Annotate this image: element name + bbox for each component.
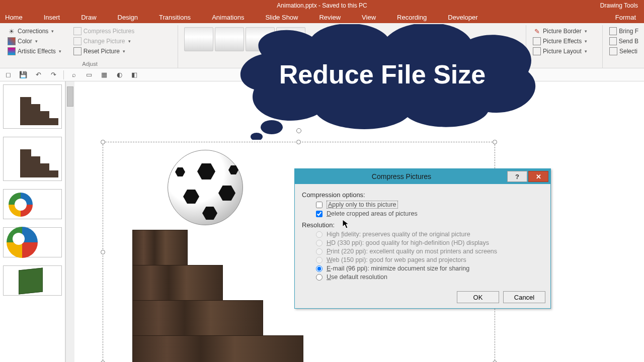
tab-review[interactable]: Review bbox=[317, 13, 343, 22]
change-picture-label: Change Picture bbox=[84, 38, 125, 45]
tab-recording[interactable]: Recording bbox=[395, 13, 429, 22]
picture-layout-button[interactable]: Picture Layout▾ bbox=[531, 46, 598, 56]
apply-only-input[interactable] bbox=[316, 202, 323, 208]
brightness-icon: ☀ bbox=[8, 27, 16, 35]
tab-design[interactable]: Design bbox=[116, 13, 140, 22]
compression-options-label: Compression options: bbox=[302, 191, 543, 199]
slide-thumbnail[interactable] bbox=[3, 189, 62, 219]
compress-pictures-dialog: Compress Pictures ? ✕ Compression option… bbox=[294, 168, 551, 309]
picture-style-thumb[interactable] bbox=[184, 27, 213, 51]
resize-handle[interactable] bbox=[101, 140, 105, 144]
slide-thumbnail[interactable] bbox=[3, 227, 62, 257]
chart-icon bbox=[7, 227, 38, 258]
quick-access-toolbar: ◻ 💾 ↶ ↷ ⌕ ▭ ▦ ◐ ◧ bbox=[0, 68, 644, 81]
picture-style-thumb[interactable] bbox=[215, 27, 244, 51]
scrollbar-handle[interactable] bbox=[67, 86, 73, 107]
picture-style-thumb[interactable] bbox=[246, 27, 275, 51]
send-backward-button[interactable]: Send B bbox=[608, 36, 640, 46]
qat-button[interactable]: ▭ bbox=[84, 70, 94, 80]
slide-thumbnail[interactable] bbox=[3, 265, 62, 296]
artistic-effects-button[interactable]: Artistic Effects▾ bbox=[6, 46, 63, 56]
qat-button[interactable]: ⌕ bbox=[69, 70, 79, 80]
qat-button[interactable]: ▦ bbox=[99, 70, 109, 80]
resolution-print[interactable]: Print (220 ppi): excellent quality on mo… bbox=[316, 248, 543, 255]
bring-forward-icon bbox=[609, 27, 617, 35]
color-button[interactable]: Color▾ bbox=[6, 36, 63, 46]
slide-thumbnail[interactable] bbox=[3, 137, 62, 181]
bring-forward-label: Bring F bbox=[619, 28, 638, 35]
resize-handle[interactable] bbox=[493, 140, 497, 144]
contextual-tab-group-label: Drawing Tools bbox=[600, 2, 644, 9]
ribbon: ☀ Corrections▾ Color▾ Artistic Effects▾ … bbox=[0, 23, 644, 68]
document-title: Animation.pptx - Saved to this PC bbox=[277, 2, 367, 9]
corrections-label: Corrections bbox=[18, 28, 48, 35]
resize-handle[interactable] bbox=[296, 140, 301, 144]
picture-effects-label: Picture Effects bbox=[543, 38, 582, 45]
tab-animations[interactable]: Animations bbox=[210, 13, 246, 22]
resolution-email[interactable]: E-mail (96 ppi): minimize document size … bbox=[316, 265, 543, 272]
resolution-web[interactable]: Web (150 ppi): good for web pages and pr… bbox=[316, 256, 543, 263]
artistic-icon bbox=[8, 47, 16, 55]
close-button[interactable]: ✕ bbox=[528, 171, 548, 182]
color-icon bbox=[8, 37, 16, 45]
resolution-label: Resolution: bbox=[302, 221, 543, 229]
adjust-group-label: Adjust bbox=[2, 61, 178, 67]
picture-styles-gallery[interactable] bbox=[183, 26, 522, 52]
cancel-button[interactable]: Cancel bbox=[503, 291, 545, 303]
slide-thumbnails-pane[interactable] bbox=[0, 81, 65, 362]
apply-only-checkbox[interactable]: AApply only to this picturepply only to … bbox=[316, 201, 543, 209]
slide-thumbnail[interactable] bbox=[3, 84, 62, 129]
selection-pane-label: Selecti bbox=[619, 48, 637, 55]
tab-slideshow[interactable]: Slide Show bbox=[263, 13, 300, 22]
picture-border-label: Picture Border bbox=[543, 28, 582, 35]
tab-format[interactable]: Format bbox=[610, 13, 641, 22]
resize-handle[interactable] bbox=[101, 250, 105, 254]
picture-border-button[interactable]: ✎ Picture Border▾ bbox=[531, 26, 598, 36]
change-picture-icon bbox=[73, 37, 82, 45]
ribbon-tab-strip: Home Insert Draw Design Transitions Anim… bbox=[0, 11, 644, 23]
layout-icon bbox=[533, 47, 541, 55]
delete-cropped-checkbox[interactable]: Delete cropped areas of picturesDelete c… bbox=[316, 210, 543, 217]
redo-icon[interactable]: ↷ bbox=[48, 70, 58, 80]
undo-icon[interactable]: ↶ bbox=[33, 70, 43, 80]
qat-button[interactable]: ◧ bbox=[129, 70, 139, 80]
corrections-button[interactable]: ☀ Corrections▾ bbox=[6, 26, 63, 36]
qat-button[interactable]: ◐ bbox=[114, 70, 124, 80]
tab-developer[interactable]: Developer bbox=[446, 13, 479, 22]
help-button[interactable]: ? bbox=[507, 171, 527, 182]
ok-button[interactable]: OK bbox=[457, 291, 499, 303]
dialog-title-bar[interactable]: Compress Pictures ? ✕ bbox=[295, 169, 550, 184]
rotate-handle[interactable] bbox=[296, 128, 301, 133]
send-backward-label: Send B bbox=[619, 38, 638, 45]
tab-view[interactable]: View bbox=[360, 13, 378, 22]
tab-draw[interactable]: Draw bbox=[79, 13, 98, 22]
tab-insert[interactable]: Insert bbox=[42, 13, 62, 22]
picture-style-thumb[interactable] bbox=[276, 27, 305, 51]
picture-effects-button[interactable]: Picture Effects▾ bbox=[531, 36, 598, 46]
cube-icon bbox=[19, 267, 43, 294]
bring-forward-button[interactable]: Bring F bbox=[608, 26, 640, 36]
resolution-high-fidelity[interactable]: High fidelity: preserves quality of the … bbox=[316, 231, 543, 238]
chart-icon bbox=[9, 193, 33, 217]
resolution-hd[interactable]: HD (330 ppi): good quality for high-defi… bbox=[316, 239, 543, 246]
qat-button[interactable]: ◻ bbox=[3, 70, 13, 80]
tab-home[interactable]: Home bbox=[3, 13, 25, 22]
effects-icon bbox=[533, 37, 541, 45]
selection-pane-button[interactable]: Selecti bbox=[608, 46, 640, 56]
tab-transitions[interactable]: Transitions bbox=[157, 13, 193, 22]
dialog-title: Compress Pictures bbox=[297, 172, 506, 180]
selection-pane-icon bbox=[609, 47, 617, 55]
artistic-label: Artistic Effects bbox=[18, 48, 56, 55]
soccer-ball-picture[interactable] bbox=[168, 150, 243, 225]
save-icon[interactable]: 💾 bbox=[18, 70, 28, 80]
compress-label: Compress Pictures bbox=[84, 28, 134, 35]
thumbnails-scrollbar[interactable] bbox=[65, 81, 74, 362]
change-picture-button[interactable]: Change Picture▾ bbox=[72, 36, 136, 46]
delete-cropped-input[interactable] bbox=[316, 211, 323, 217]
compress-pictures-button[interactable]: Compress Pictures bbox=[72, 26, 136, 36]
reset-picture-button[interactable]: Reset Picture▾ bbox=[72, 46, 136, 56]
compress-icon bbox=[73, 27, 82, 35]
resolution-default[interactable]: Use default resolutionUse default resolu… bbox=[316, 274, 543, 281]
pencil-icon: ✎ bbox=[533, 27, 541, 35]
color-label: Color bbox=[18, 38, 32, 45]
